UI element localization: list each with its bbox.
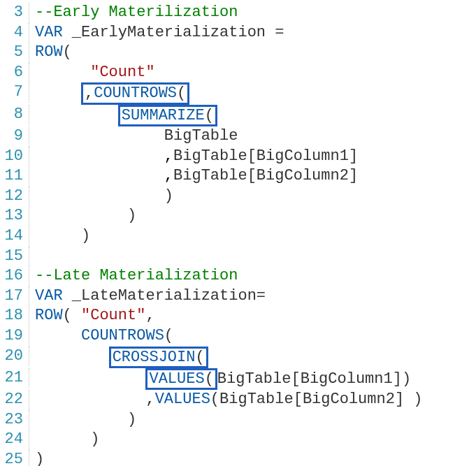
code-line: 11 ,BigTable[BigColumn2] — [0, 166, 476, 187]
keyword-token: COUNTROWS — [94, 85, 177, 102]
paren-token: ) — [81, 227, 90, 245]
line-number: 14 — [0, 226, 29, 247]
comment-token: --Early Materilization — [35, 3, 238, 21]
line-number: 8 — [0, 105, 29, 125]
line-number: 17 — [0, 286, 29, 307]
line-number: 11 — [0, 166, 29, 187]
code-line: 9 BigTable — [0, 126, 476, 147]
line-number: 15 — [0, 247, 29, 267]
column-token: [BigColumn2] — [294, 391, 404, 408]
keyword-token: VALUES — [149, 370, 204, 388]
keyword-token: ROW — [35, 307, 63, 324]
identifier-token: _LateMaterialization — [72, 287, 257, 305]
highlight-box: SUMMARIZE( — [118, 105, 217, 126]
keyword-token: VAR — [35, 24, 63, 41]
code-line: 10 ,BigTable[BigColumn1] — [0, 147, 476, 167]
code-line: 19 COUNTROWS( — [0, 326, 476, 347]
string-token: "Count" — [90, 64, 154, 81]
line-number: 20 — [0, 347, 29, 367]
paren-token: ) — [164, 187, 173, 205]
column-token: [BigColumn2] — [247, 167, 358, 184]
line-number: 13 — [0, 206, 29, 226]
line-number: 25 — [0, 450, 29, 466]
keyword-token: ROW — [35, 43, 63, 61]
keyword-token: VALUES — [155, 391, 210, 408]
paren-token: ) — [127, 411, 136, 428]
code-line: 4 VAR _EarlyMaterialization = — [0, 23, 476, 43]
line-number: 4 — [0, 23, 29, 43]
column-token: [BigColumn1] — [291, 370, 401, 388]
code-line: 3 --Early Materilization — [0, 3, 476, 23]
code-line: 22 ,VALUES(BigTable[BigColumn2] ) — [0, 390, 476, 410]
code-line: 5 ROW( — [0, 43, 476, 63]
line-number: 22 — [0, 390, 29, 410]
line-number: 6 — [0, 63, 29, 83]
line-number: 5 — [0, 43, 29, 63]
line-number: 10 — [0, 147, 29, 167]
paren-token: ) — [90, 430, 99, 448]
highlight-box: VALUES( — [145, 368, 217, 390]
keyword-token: VAR — [35, 287, 63, 305]
identifier-token: BigTable — [173, 147, 247, 165]
identifier-token: BigTable — [164, 127, 238, 145]
code-line: 25 ) — [0, 450, 476, 466]
column-token: [BigColumn1] — [247, 147, 358, 165]
code-line: 21 VALUES(BigTable[BigColumn1]) — [0, 368, 476, 390]
highlight-box: ,COUNTROWS( — [81, 82, 189, 104]
string-token: "Count" — [81, 307, 145, 324]
code-line: 17 VAR _LateMaterialization= — [0, 286, 476, 307]
line-number: 18 — [0, 306, 29, 326]
paren-token: ) — [127, 207, 136, 224]
code-editor: 3 --Early Materilization 4 VAR _EarlyMat… — [0, 3, 476, 466]
code-line: 15 — [0, 247, 476, 267]
keyword-token: SUMMARIZE — [122, 107, 205, 124]
code-line: 14 ) — [0, 226, 476, 247]
code-line: 18 ROW( "Count", — [0, 306, 476, 326]
line-number: 16 — [0, 266, 29, 286]
code-line: 12 ) — [0, 187, 476, 207]
line-number: 12 — [0, 187, 29, 207]
line-number: 24 — [0, 430, 29, 450]
code-line: 7 ,COUNTROWS( — [0, 82, 476, 104]
code-line: 13 ) — [0, 206, 476, 226]
line-number: 23 — [0, 410, 29, 430]
line-number: 9 — [0, 126, 29, 147]
code-line: 20 CROSSJOIN( — [0, 347, 476, 368]
line-number: 7 — [0, 82, 29, 103]
line-number: 21 — [0, 368, 29, 388]
comment-token: --Late Materialization — [35, 267, 238, 284]
code-line: 24 ) — [0, 430, 476, 450]
keyword-token: COUNTROWS — [81, 327, 164, 344]
code-line: 23 ) — [0, 410, 476, 430]
code-line: 16 --Late Materialization — [0, 266, 476, 286]
paren-token: ) — [35, 451, 44, 466]
identifier-token: BigTable — [173, 167, 247, 184]
keyword-token: CROSSJOIN — [113, 349, 196, 366]
highlight-box: CROSSJOIN( — [109, 347, 208, 368]
line-number: 19 — [0, 326, 29, 347]
identifier-token: BigTable — [217, 370, 291, 388]
code-line: 6 "Count" — [0, 63, 476, 83]
identifier-token: _EarlyMaterialization — [72, 24, 266, 41]
line-number: 3 — [0, 3, 29, 23]
code-line: 8 SUMMARIZE( — [0, 105, 476, 126]
identifier-token: BigTable — [219, 391, 294, 408]
